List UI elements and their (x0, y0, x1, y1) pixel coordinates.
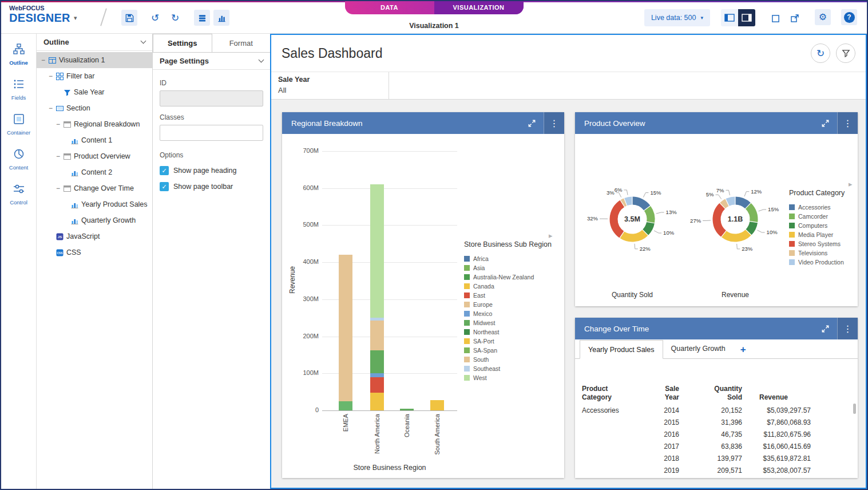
tree-item-quarterly-growth[interactable]: Quarterly Growth (37, 212, 152, 228)
bar-segment-north-america-west[interactable] (370, 184, 384, 318)
kebab-icon: ⋮ (550, 118, 559, 129)
panel-right-toggle-button[interactable] (738, 9, 755, 26)
collapse-toggle-icon[interactable]: − (56, 184, 64, 192)
tree-item-filter-bar[interactable]: −Filter bar (37, 68, 152, 84)
expand-button[interactable] (813, 318, 837, 339)
collapse-toggle-icon[interactable]: − (41, 56, 49, 64)
kebab-menu-button[interactable]: ⋮ (837, 112, 858, 134)
collapse-toggle-icon[interactable]: − (49, 72, 56, 80)
live-data-dropdown[interactable]: Live data: 500 ▾ (644, 9, 710, 26)
tab-format[interactable]: Format (212, 34, 271, 52)
tree-item-content-2[interactable]: Content 2 (37, 164, 152, 180)
table-row[interactable]: 201646,735$11,820,675.96 (575, 429, 858, 441)
add-tab-button[interactable]: + (734, 341, 753, 358)
rail-item-fields[interactable]: Fields (1, 78, 36, 101)
page-settings-header[interactable]: Page Settings (153, 53, 270, 70)
tree-item-change-over-time[interactable]: −Change Over Time (37, 180, 152, 196)
bar-segment-north-america-midwest[interactable] (370, 350, 384, 373)
table-row[interactable]: 2019209,571$53,208,007.57 (575, 465, 858, 477)
rail-item-outline[interactable]: Outline (1, 43, 36, 66)
show-page-heading-option[interactable]: ✓ Show page heading (160, 166, 263, 175)
tab-data[interactable]: DATA (345, 1, 434, 14)
chart-tools-button[interactable] (213, 10, 229, 26)
collapse-toggle-icon[interactable]: − (56, 120, 64, 128)
legend-label: Computers (798, 222, 827, 229)
tree-item-sale-year[interactable]: Sale Year (37, 84, 152, 100)
tab-settings[interactable]: Settings (153, 34, 212, 52)
tree-item-javascript[interactable]: JSJavaScript (37, 228, 152, 244)
product-legend: Product Category AccessoriesCamcorderCom… (789, 189, 857, 267)
data-stack-button[interactable] (194, 10, 210, 26)
refresh-button[interactable]: ↻ (811, 44, 830, 63)
legend-item-midwest: Midwest (464, 318, 562, 327)
rail-item-container[interactable]: Container (1, 113, 36, 136)
save-button[interactable] (121, 10, 137, 26)
table-row[interactable]: 201763,836$16,060,415.69 (575, 441, 858, 453)
chevron-down-icon[interactable]: ▾ (74, 14, 77, 22)
rail-item-label: Content (9, 164, 28, 171)
bar-segment-north-america-southeast[interactable] (370, 318, 384, 321)
legend-swatch (464, 283, 470, 289)
sale-year-filter[interactable]: Sale Year All (271, 72, 389, 99)
redo-button[interactable]: ↻ (167, 10, 183, 26)
bar-segment-north-america-mexico[interactable] (370, 373, 384, 377)
expand-button[interactable] (520, 112, 544, 134)
rail-item-control[interactable]: Control (1, 183, 36, 206)
bar-segment-emea-europe[interactable] (339, 255, 352, 401)
table-row[interactable]: 2018139,977$35,619,872.81 (575, 453, 858, 465)
rail-item-content[interactable]: Content (1, 148, 36, 171)
viz-icon (49, 57, 59, 64)
panel-left-toggle-button[interactable] (721, 9, 738, 26)
tree-item-css[interactable]: CSSCSS (37, 244, 152, 260)
bar-segment-emea-africa[interactable] (339, 401, 352, 410)
tree-item-content-1[interactable]: Content 1 (37, 132, 152, 148)
bar-segment-north-america-canada[interactable] (370, 393, 384, 410)
tab-yearly-product-sales[interactable]: Yearly Product Sales (580, 340, 663, 359)
maximize-button[interactable] (767, 10, 783, 26)
legend-label: Media Player (798, 231, 833, 238)
gridline (322, 188, 457, 189)
tab-quarterly-growth[interactable]: Quarterly Growth (663, 339, 734, 358)
checkbox-checked-icon[interactable]: ✓ (160, 166, 169, 175)
bar-segment-south-america-sa-port[interactable] (430, 400, 444, 410)
tree-item-product-overview[interactable]: −Product Overview (37, 148, 152, 164)
expand-button[interactable] (813, 112, 837, 134)
show-page-toolbar-option[interactable]: ✓ Show page toolbar (160, 182, 263, 191)
bar-segment-north-america-east[interactable] (370, 377, 384, 393)
chevron-down-icon[interactable] (141, 38, 146, 44)
bar-segment-oceania-australia-new-zealand[interactable] (400, 409, 414, 410)
table-row[interactable]: Accessories201420,152$5,039,297.57 (575, 405, 858, 417)
legend-swatch (464, 311, 470, 317)
bar-segment-north-america-south[interactable] (370, 321, 384, 350)
carousel-next-icon[interactable]: ▸ (849, 180, 853, 188)
page-filter-button[interactable] (836, 44, 855, 63)
table-row[interactable]: 201531,396$7,860,068.93 (575, 417, 858, 429)
kebab-menu-button[interactable]: ⋮ (837, 318, 858, 339)
id-field[interactable] (160, 90, 263, 106)
tree-item-regional-breakdown[interactable]: −Regional Breakdown (37, 116, 152, 132)
tree-item-yearly-product-sales[interactable]: Yearly Product Sales (37, 196, 152, 212)
tab-visualization[interactable]: VISUALIZATION (434, 1, 524, 14)
table-cell (582, 441, 639, 453)
collapse-toggle-icon[interactable]: − (49, 104, 56, 112)
open-in-new-button[interactable] (787, 10, 803, 26)
fields-icon (13, 78, 25, 93)
carousel-next-icon[interactable]: ▸ (549, 231, 553, 240)
tree-item-label: JavaScript (66, 232, 100, 240)
kebab-menu-button[interactable]: ⋮ (544, 112, 564, 134)
svg-text:1.1B: 1.1B (728, 215, 743, 223)
column-header-revenue: Revenue (742, 393, 811, 402)
help-button[interactable]: ? (841, 9, 857, 25)
webfocus-designer-window: WebFOCUS DESIGNER ▾ ↺ ↻ DATA VISUALIZATI… (0, 0, 868, 490)
collapse-toggle-icon[interactable]: − (56, 152, 64, 160)
outline-panel-header: Outline (37, 34, 152, 51)
tree-item-visualization-1[interactable]: −Visualization 1 (37, 52, 152, 68)
table-scrollbar[interactable] (853, 404, 856, 414)
donut-revenue[interactable]: 1.1B12%15%10%23%27%5%7% (675, 171, 795, 268)
undo-button[interactable]: ↺ (147, 10, 163, 26)
checkbox-checked-icon[interactable]: ✓ (160, 182, 169, 191)
legend-label: Stereo Systems (798, 240, 841, 247)
classes-field[interactable] (160, 125, 263, 141)
tree-item-section[interactable]: −Section (37, 100, 152, 116)
settings-button[interactable]: ⚙ (815, 9, 831, 25)
